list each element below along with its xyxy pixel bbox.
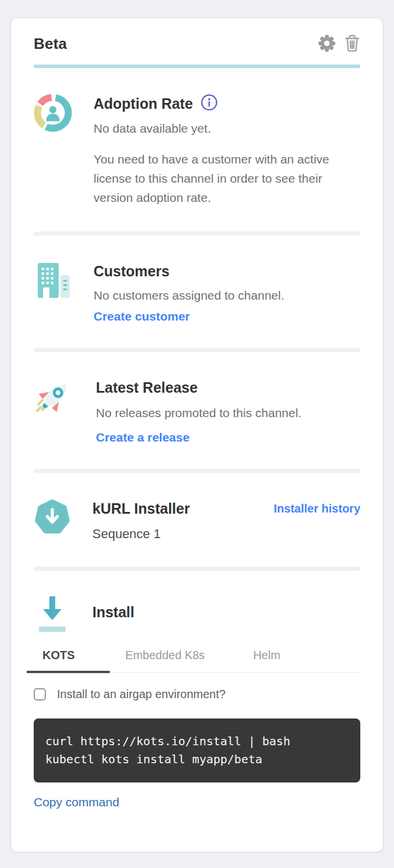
download-heptagon-icon xyxy=(34,499,71,536)
rocket-icon xyxy=(34,378,74,416)
adoption-donut-user-icon xyxy=(34,94,72,132)
channel-card: Beta xyxy=(10,17,384,852)
command-line: curl https://kots.io/install | bash xyxy=(45,732,352,750)
gear-icon xyxy=(318,34,336,54)
section-customers: Customers No customers assigned to chann… xyxy=(34,261,360,323)
create-customer-link[interactable]: Create customer xyxy=(94,310,190,323)
tab-helm[interactable]: Helm xyxy=(220,649,313,672)
adoption-rate-title: Adoption Rate xyxy=(94,94,193,113)
section-divider xyxy=(34,348,360,352)
airgap-checkbox-label[interactable]: Install to an airgap environment? xyxy=(57,688,225,701)
section-adoption-rate: Adoption Rate No data available yet. You… xyxy=(34,94,360,207)
adoption-empty-message: No data available yet. xyxy=(94,119,360,138)
buildings-icon xyxy=(34,261,72,300)
card-header: Beta xyxy=(34,18,360,54)
section-latest-release: Latest Release No releases promoted to t… xyxy=(34,378,360,444)
info-icon[interactable] xyxy=(200,94,218,113)
adoption-empty-detail: You need to have a customer with an acti… xyxy=(94,150,352,207)
tab-embedded-k8s[interactable]: Embedded K8s xyxy=(110,649,220,672)
channel-accent-bar xyxy=(34,65,360,68)
channel-title: Beta xyxy=(34,35,67,53)
create-release-link[interactable]: Create a release xyxy=(96,431,189,444)
customers-empty-message: No customers assigned to channel. xyxy=(94,286,360,305)
section-divider xyxy=(34,567,360,571)
trash-icon xyxy=(344,34,360,54)
download-arrow-icon xyxy=(34,594,71,636)
section-install: Install xyxy=(34,594,360,636)
install-tabs: KOTS Embedded K8s Helm xyxy=(27,649,360,673)
customers-title: Customers xyxy=(94,261,360,281)
airgap-checkbox[interactable] xyxy=(34,688,46,700)
channel-settings-button[interactable] xyxy=(318,34,336,54)
install-command-block: curl https://kots.io/install | bash kube… xyxy=(34,718,360,782)
latest-release-title: Latest Release xyxy=(96,378,360,397)
tab-kots[interactable]: KOTS xyxy=(27,649,110,672)
airgap-option-row: Install to an airgap environment? xyxy=(34,688,360,701)
install-title: Install xyxy=(92,602,360,622)
installer-sequence: Sequence 1 xyxy=(92,524,274,543)
delete-channel-button[interactable] xyxy=(344,34,360,54)
release-empty-message: No releases promoted to this channel. xyxy=(96,403,360,422)
installer-history-link[interactable]: Installer history xyxy=(274,502,360,515)
section-divider xyxy=(34,469,360,473)
kurl-installer-title: kURL Installer xyxy=(92,499,274,518)
copy-command-link[interactable]: Copy command xyxy=(34,795,119,809)
header-actions xyxy=(318,34,360,54)
section-divider xyxy=(34,232,360,236)
command-line: kubectl kots install myapp/beta xyxy=(45,750,352,769)
section-kurl-installer: kURL Installer Sequence 1 Installer hist… xyxy=(34,499,360,543)
